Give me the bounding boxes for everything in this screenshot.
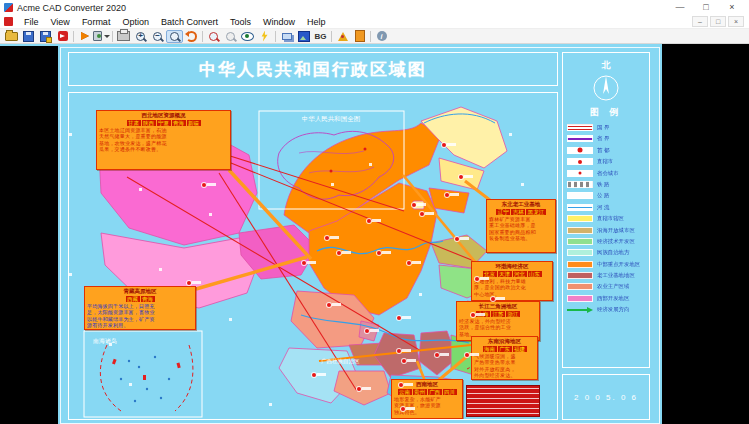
city-marker [312,373,316,377]
find-zoom-button[interactable] [205,30,222,43]
city-marker [325,236,329,240]
city-marker [455,237,459,241]
layers-icon [282,33,292,40]
map-sheet: 中华人民共和国行政区域图 [58,46,662,424]
callout-chip: 陕西 [142,120,156,127]
city-marker [445,193,449,197]
doc-minimize-button[interactable]: – [692,16,708,27]
callout-title: 东北老工业基地 [489,201,553,208]
callout-northeast: 东北老工业基地辽宁吉林黑龙江森林矿产资源丰富，重工业基础雄厚，是国家重要的商品粮… [486,199,556,253]
zoom-out-icon [153,32,162,41]
legend-item: 首 都 [567,146,645,155]
notes-box [466,385,540,417]
camera-icon [93,31,102,41]
background-image-button[interactable] [295,30,312,43]
layout-button[interactable] [334,30,351,43]
city-marker [412,203,416,207]
drawing-canvas[interactable]: 中华人民共和国行政区域图 [0,44,749,424]
legend-item: 省会城市 [567,169,645,178]
legend-symbol-nat [567,124,593,131]
map-date: 2 0 0 5. 0 6 [574,393,638,402]
menu-batch-convert[interactable]: Batch Convert [155,15,224,29]
menu-format[interactable]: Format [76,15,117,29]
convert-arrow-icon [81,32,89,40]
legend-item: 西部开发地区 [567,294,645,303]
callout-chip: 四川 [443,389,457,396]
map-title: 中华人民共和国行政区域图 [199,58,427,81]
save-icon [23,31,34,42]
callout-chip: 河北 [513,271,527,278]
legend-symbol-road [567,192,593,199]
image-icon [298,31,310,42]
bg-toggle-button[interactable]: BG [312,30,329,43]
zoom-out-button[interactable] [149,30,166,43]
legend-symbol-rail [567,181,593,188]
open-button[interactable] [3,30,20,43]
legend-item: 河 流 [567,203,645,212]
legend-item: 国 界 [567,123,645,132]
legend-symbol-prov [567,135,593,142]
callout-chip: 青海 [172,120,186,127]
maximize-button[interactable]: □ [693,0,719,15]
view-button[interactable] [239,30,256,43]
legend-symbol-sw [567,295,593,302]
callout-title: 长江三角洲地区 [459,303,537,310]
about-button[interactable] [373,30,390,43]
legend-item: 公 路 [567,191,645,200]
paper-button[interactable] [351,30,368,43]
callout-chip: 贵州 [413,389,427,396]
close-button[interactable]: × [719,0,745,15]
menu-window[interactable]: Window [257,15,301,29]
minimize-button[interactable]: — [667,0,693,15]
callout-northwest: 西北地区资源概况甘肃陕西宁夏青海新疆本区土地辽阔资源丰富，石油天然气储量大，是重… [96,110,231,170]
city-marker [367,219,371,223]
city-marker [491,297,495,301]
callout-chips: 辽宁吉林黑龙江 [489,209,553,216]
image-preview-button[interactable] [93,30,110,43]
save-button[interactable] [20,30,37,43]
callout-title: 西北地区资源概况 [99,112,228,119]
menu-option[interactable]: Option [116,15,155,29]
legend-symbol-sw [567,227,593,234]
menu-view[interactable]: View [45,15,76,29]
legend-item: 沿海开放城市区 [567,226,645,235]
menu-tools[interactable]: Tools [224,15,257,29]
callout-text-line: 装备制造业基地。 [489,235,553,241]
callout-chip: 广东 [498,346,512,353]
callout-yangtze-delta: 长江三角洲地区上海江苏浙江经济发达，外向型经济活跃，是综合性的工业基地。 [456,301,540,341]
zoom-window-button[interactable] [166,30,183,43]
open-folder-icon [5,32,18,41]
callout-chip: 甘肃 [127,120,141,127]
doc-restore-button[interactable]: □ [710,16,726,27]
print-icon [117,31,130,41]
callout-qinghai-tibet: 青藏高原地区西藏青海平均海拔四千米以上，日照充足，太阳能资源丰富，畜牧业以牦牛和… [84,286,196,330]
menu-file[interactable]: File [18,15,45,29]
print-button[interactable] [115,30,132,43]
legend-label: 西部开发地区 [597,294,629,302]
zoom-previous-button[interactable] [222,30,239,43]
toolbar-separator [112,31,113,42]
zoom-in-icon [136,32,145,41]
city-marker [399,383,403,387]
callout-title: 青藏高原地区 [87,288,193,295]
zoom-in-button[interactable] [132,30,149,43]
save-as-button[interactable] [37,30,54,43]
layers-button[interactable] [278,30,295,43]
export-button[interactable] [54,30,71,43]
convert-button[interactable] [76,30,93,43]
callout-text-line: 源有待开发利用。 [87,322,193,328]
legend-item: 铁 路 [567,180,645,189]
legend-label: 民族自治地方 [597,249,629,257]
doc-close-button[interactable]: × [728,16,744,27]
explode-button[interactable] [256,30,273,43]
legend-symbol-sw [567,215,593,222]
city-marker [402,359,406,363]
legend-label: 省 界 [597,135,609,143]
city-marker [202,183,206,187]
callout-chips: 云南贵州广西四川 [394,389,460,396]
callout-chip: 新疆 [187,120,201,127]
legend-label: 河 流 [597,203,609,211]
pan-rotate-button[interactable] [183,30,200,43]
titlebar: Acme CAD Converter 2020 — □ × [0,0,749,15]
menu-help[interactable]: Help [301,15,332,29]
